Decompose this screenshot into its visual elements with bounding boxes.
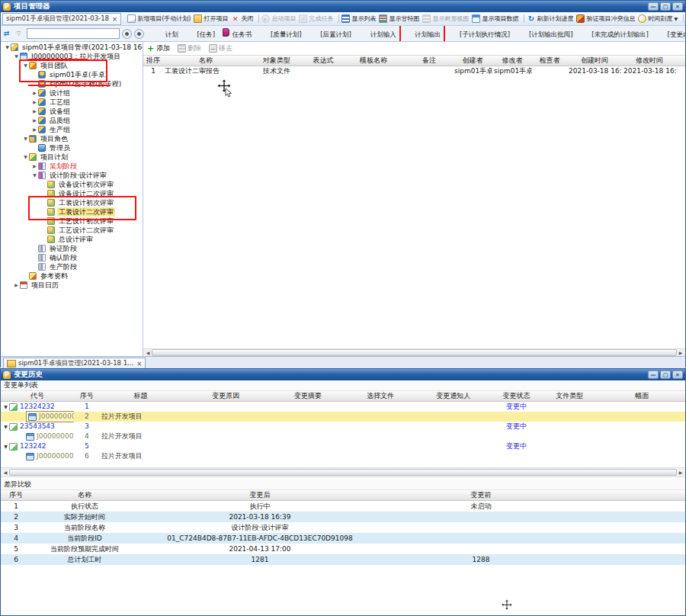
tree-item[interactable]: 工装设计初次评审 bbox=[1, 198, 143, 207]
row-expander-icon[interactable] bbox=[2, 441, 9, 451]
column-header[interactable]: 修改时间 bbox=[622, 56, 677, 66]
scroll-right-icon[interactable]: ▶ bbox=[677, 350, 684, 355]
tab-close-icon[interactable]: × bbox=[136, 360, 142, 367]
column-header[interactable]: 变更原因 bbox=[181, 391, 270, 401]
plan-view-tab[interactable]: [子计划执行情况] bbox=[444, 27, 514, 41]
plan-view-tab[interactable]: [后置计划] bbox=[306, 27, 355, 41]
filter-icon[interactable] bbox=[14, 30, 23, 38]
column-header[interactable]: 变更前 bbox=[382, 490, 580, 500]
change-row[interactable]: J000000003 4 拉片开发项目 bbox=[1, 432, 685, 441]
change-code[interactable]: J000000003 bbox=[39, 412, 74, 422]
tree-expander-icon[interactable] bbox=[13, 52, 20, 61]
plan-view-tab[interactable]: [变更内容] bbox=[652, 27, 685, 41]
change-row[interactable]: 12324232 1 变更中 bbox=[1, 402, 685, 412]
toolbar-button[interactable]: 新增项目(手动计划) bbox=[127, 14, 191, 23]
tab-close-icon[interactable]: × bbox=[112, 15, 117, 23]
tree-item[interactable]: 参考资料 bbox=[1, 271, 143, 281]
row-expander-icon[interactable] bbox=[2, 422, 9, 432]
tree-item[interactable]: 设备组 bbox=[1, 107, 143, 116]
tree-item[interactable]: 工装设计二次评审 bbox=[1, 207, 143, 217]
tree-item[interactable]: 工艺组 bbox=[1, 98, 143, 107]
tree-item[interactable]: J000000003：拉片开发项目 bbox=[1, 52, 143, 61]
tree-expander-icon[interactable] bbox=[22, 134, 29, 143]
diff-row[interactable]: 3 当前阶段名称 设计阶段·设计评审 bbox=[1, 522, 685, 533]
plan-view-tab[interactable]: 任务书 bbox=[219, 27, 255, 41]
tree-expander-icon[interactable] bbox=[31, 116, 38, 125]
change-row[interactable]: J000000003 2 拉片开发项目 bbox=[1, 412, 685, 422]
column-header[interactable]: 文件类型 bbox=[540, 391, 598, 401]
tree-expander-icon[interactable] bbox=[31, 98, 38, 107]
tree-expander-icon[interactable] bbox=[13, 281, 20, 290]
tree-expander-icon[interactable] bbox=[31, 162, 38, 171]
document-tab[interactable]: sipm01手卓项目管理(2021-03-18 × bbox=[2, 13, 121, 25]
plan-view-tab[interactable]: [任务] bbox=[182, 27, 219, 41]
toolbar-button[interactable]: 启动项目 bbox=[256, 14, 296, 23]
tree-expander-icon[interactable] bbox=[4, 43, 11, 52]
tree-expander-icon[interactable] bbox=[31, 88, 38, 98]
tree-item[interactable]: 工艺设计二次评审 bbox=[1, 226, 143, 235]
tree-item[interactable]: 设计阶段·设计评审 bbox=[1, 171, 143, 180]
tree-expander-icon[interactable] bbox=[31, 107, 38, 116]
diff-row[interactable]: 4 当前阶段ID 01_C724B4D8-87B7-11EB-AFDC-4BCD… bbox=[1, 533, 685, 544]
plan-view-tab[interactable]: 计划 bbox=[150, 27, 182, 41]
plan-view-tab[interactable]: 计划输入 bbox=[355, 27, 400, 41]
close-button[interactable]: ✕ bbox=[672, 2, 683, 11]
toolbar-button[interactable]: 显示项目数据 bbox=[472, 14, 518, 23]
column-header[interactable]: 备注 bbox=[406, 56, 453, 66]
tree-item[interactable]: sipm01手卓项目管理(2021-03-18 16-55-35) bbox=[1, 43, 143, 52]
tree-expander-icon[interactable] bbox=[31, 171, 38, 180]
column-header[interactable]: 排序 bbox=[143, 56, 163, 66]
diff-row[interactable]: 1 执行状态 执行中 未启动 bbox=[1, 501, 685, 512]
tree-item[interactable]: 项目计划 bbox=[1, 152, 143, 162]
tree-item[interactable]: sipm02彭子程(彭子程) bbox=[1, 79, 143, 88]
tree-item[interactable]: 总设计评审 bbox=[1, 235, 143, 244]
maximize-button[interactable]: ▢ bbox=[660, 371, 671, 379]
tree-item[interactable]: sipm01手卓(手卓) bbox=[1, 70, 143, 79]
maximize-button[interactable]: ▢ bbox=[660, 2, 671, 11]
change-code[interactable]: J000000003 bbox=[37, 451, 74, 461]
toolbar-button[interactable]: 显示列表 bbox=[336, 14, 376, 23]
toolbar-button[interactable]: 刷新计划进度 bbox=[521, 14, 573, 23]
column-header[interactable]: 创建时间 bbox=[567, 56, 622, 66]
tree-item[interactable]: 管理员 bbox=[1, 143, 143, 152]
column-header[interactable]: 对象类型 bbox=[248, 56, 305, 66]
close-button[interactable]: ✕ bbox=[672, 371, 683, 379]
column-header[interactable]: 修改者 bbox=[492, 56, 532, 66]
toolbar-button[interactable]: 拆分计划 bbox=[681, 14, 685, 23]
output-table-row[interactable]: 1 工装设计二审报告 技术文件 sipm01手卓 sipm01手卓 2021-0… bbox=[143, 66, 685, 76]
tree-item[interactable]: 策划阶段 bbox=[1, 162, 143, 171]
tree-item[interactable]: 设备设计二次评审 bbox=[1, 189, 143, 198]
column-header[interactable]: 创建者 bbox=[453, 56, 492, 66]
column-header[interactable]: 变更通知人 bbox=[415, 391, 492, 401]
column-header[interactable]: 名称 bbox=[31, 490, 138, 500]
plan-view-tab[interactable]: [计划输出批阅] bbox=[514, 27, 576, 41]
toolbar-button[interactable]: 显示甘特图 bbox=[379, 14, 419, 23]
tree-expander-icon[interactable] bbox=[22, 152, 29, 162]
change-code[interactable]: J000000003 bbox=[37, 432, 74, 441]
diff-row[interactable]: 2 实际开始时间 2021-03-18 16:39 bbox=[1, 512, 685, 522]
tree-item[interactable]: 生产阶段 bbox=[1, 262, 143, 271]
column-header[interactable]: 变更状态 bbox=[492, 391, 541, 401]
plan-view-tab[interactable]: [未完成的计划输出] bbox=[577, 27, 652, 41]
column-header[interactable]: 变更摘要 bbox=[270, 391, 346, 401]
change-row[interactable]: J000000003 6 拉片开发项目 bbox=[1, 451, 685, 461]
change-row[interactable]: 123242 5 变更中 bbox=[1, 441, 685, 451]
toolbar-button[interactable]: 打开项目 bbox=[194, 14, 228, 23]
tree-item[interactable]: 生产组 bbox=[1, 125, 143, 134]
column-header[interactable]: 检查者 bbox=[532, 56, 567, 66]
tree-expander-icon[interactable] bbox=[31, 125, 38, 134]
output-toolbar-button[interactable]: 删除 bbox=[178, 43, 201, 53]
tree-item[interactable]: 项目日历 bbox=[1, 281, 143, 290]
toolbar-button[interactable]: 验证项目冲突信息 bbox=[576, 14, 635, 23]
minimize-button[interactable]: — bbox=[648, 371, 659, 379]
toolbar-button[interactable]: 显示树形视图 bbox=[422, 14, 469, 23]
tree-item[interactable]: 确认阶段 bbox=[1, 253, 143, 262]
search-next-button[interactable] bbox=[134, 29, 144, 39]
column-header[interactable]: 幅面 bbox=[598, 391, 685, 401]
column-header[interactable]: 序号 bbox=[74, 391, 100, 401]
toolbar-button[interactable]: 时间刻度 bbox=[638, 14, 678, 23]
change-row[interactable]: 23543543 3 变更中 bbox=[1, 422, 685, 432]
tree-item[interactable]: 设计组 bbox=[1, 88, 143, 98]
toolbar-button[interactable]: 关闭 bbox=[231, 14, 253, 23]
output-toolbar-button[interactable]: 移去 bbox=[209, 43, 232, 53]
